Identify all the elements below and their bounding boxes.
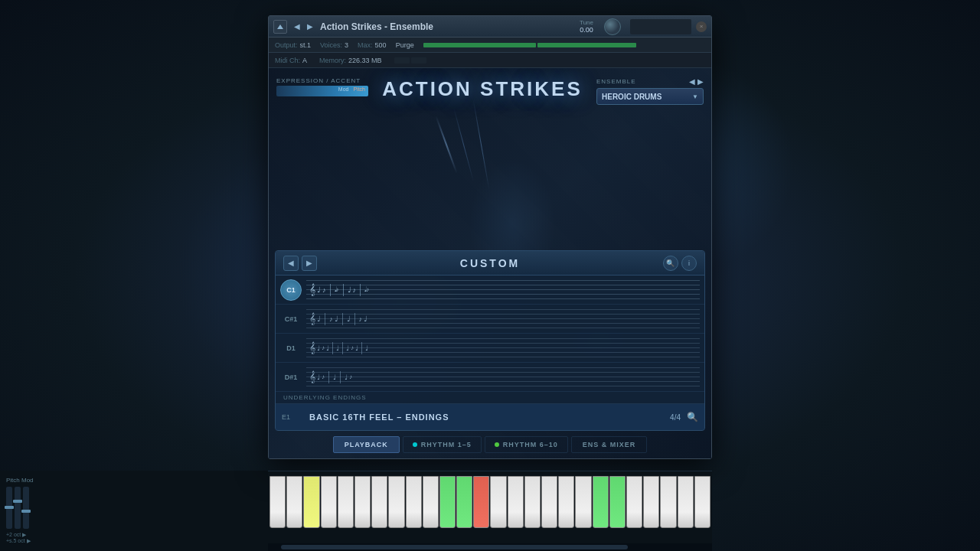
mini-slider-2[interactable] bbox=[411, 57, 426, 64]
white-key-21-colored[interactable] bbox=[609, 476, 626, 528]
lightning-1 bbox=[436, 116, 458, 174]
tune-slider[interactable] bbox=[630, 19, 691, 34]
output-label: Output: bbox=[275, 41, 298, 49]
output-value: st.1 bbox=[300, 41, 312, 49]
white-key-7[interactable] bbox=[371, 476, 387, 528]
white-key-22[interactable] bbox=[626, 476, 642, 528]
ensemble-next-btn[interactable]: ▶ bbox=[697, 77, 704, 86]
white-key-8[interactable] bbox=[388, 476, 404, 528]
white-key-2[interactable] bbox=[286, 476, 302, 528]
nav-arrows: ◀ ▶ bbox=[292, 22, 315, 31]
white-key-14[interactable] bbox=[490, 476, 506, 528]
tab-playback[interactable]: PLAYBACK bbox=[333, 436, 400, 453]
memory-value: 226.33 MB bbox=[348, 57, 382, 64]
white-key-5[interactable] bbox=[338, 476, 354, 528]
white-key-12-colored[interactable] bbox=[456, 476, 472, 528]
pattern-row-e1[interactable]: E1 BASIC 16TH FEEL – ENDINGS 4/4 🔍 bbox=[276, 404, 704, 430]
pattern-search-icon[interactable]: 🔍 bbox=[687, 412, 698, 422]
ensemble-nav: ◀ ▶ bbox=[689, 77, 704, 86]
notation-symbols-d1: 𝄞♩♪♩ ♩ ♩♪♩ ♩ bbox=[306, 337, 700, 360]
ensemble-value: HEROIC DRUMS bbox=[602, 93, 662, 101]
tab-rhythm2[interactable]: RHYTHM 6–10 bbox=[485, 436, 568, 453]
custom-title: CUSTOM bbox=[460, 257, 520, 269]
tab-dot-rhythm1 bbox=[413, 442, 417, 447]
oct-label2[interactable]: +s.5 oct ▶ bbox=[6, 538, 262, 544]
white-key-20-colored[interactable] bbox=[593, 476, 609, 528]
nav-prev-btn[interactable]: ◀ bbox=[292, 22, 302, 31]
white-key-11-colored[interactable] bbox=[439, 476, 456, 528]
custom-search-btn[interactable]: 🔍 bbox=[663, 256, 678, 271]
white-key-15[interactable] bbox=[508, 476, 524, 528]
white-key-23[interactable] bbox=[643, 476, 659, 528]
fader-1[interactable] bbox=[6, 487, 12, 529]
max-info: Max: 500 bbox=[358, 41, 387, 49]
ensemble-prev-btn[interactable]: ◀ bbox=[689, 77, 695, 86]
white-key-25[interactable] bbox=[678, 476, 694, 528]
pattern-row-cs1[interactable]: C#1 𝄞♩ ♪♩ bbox=[276, 305, 704, 334]
pattern-row-c1[interactable]: C1 𝄞♩♪ bbox=[276, 276, 704, 305]
custom-icon-buttons: 🔍 i bbox=[663, 256, 697, 271]
custom-prev-btn[interactable]: ◀ bbox=[283, 256, 299, 271]
white-key-18[interactable] bbox=[558, 476, 574, 528]
midi-label: Midi Ch: bbox=[275, 57, 300, 64]
output-info: Output: st.1 bbox=[275, 41, 311, 49]
pattern-list: C1 𝄞♩♪ bbox=[276, 276, 704, 430]
info-bar-1: Output: st.1 Voices: 3 Max: 500 Purge bbox=[269, 37, 711, 53]
white-key-16[interactable] bbox=[524, 476, 541, 528]
keyboard-scroll-thumb[interactable] bbox=[281, 545, 627, 549]
white-key-9[interactable] bbox=[406, 476, 422, 528]
pattern-key-ds1: D#1 bbox=[280, 367, 302, 388]
notation-symbols-c1: 𝄞♩♪ 𝅘𝅥♪ ♩♪ 𝅘𝅥♪ bbox=[306, 279, 700, 302]
level-meter-r bbox=[537, 43, 636, 47]
fader-2[interactable] bbox=[15, 487, 21, 529]
tab-rhythm1[interactable]: RHYTHM 1–5 bbox=[403, 436, 482, 453]
white-key-17[interactable] bbox=[541, 476, 557, 528]
fader-3[interactable] bbox=[23, 487, 29, 529]
tune-section: Tune 0.00 bbox=[580, 19, 593, 34]
white-key-13-colored[interactable] bbox=[473, 476, 489, 528]
white-key-26[interactable] bbox=[694, 476, 710, 528]
pattern-notation-cs1: 𝄞♩ ♪♩ ♩ ♪♩ bbox=[306, 308, 700, 331]
voices-label: Voices: bbox=[320, 41, 342, 49]
white-key-10[interactable] bbox=[423, 476, 439, 528]
white-key-24[interactable] bbox=[660, 476, 676, 528]
ensemble-dropdown[interactable]: HEROIC DRUMS ▼ bbox=[596, 88, 704, 105]
level-meter-l bbox=[423, 43, 536, 47]
mini-slider-1[interactable] bbox=[394, 57, 410, 64]
nav-next-btn[interactable]: ▶ bbox=[305, 22, 315, 31]
pitch-mod-area: Pitch Mod +2 oct ▶ +s.5 oct ▶ bbox=[0, 471, 268, 550]
pattern-notation-ds1: 𝄞♩♪ ♩ ♩♪ bbox=[306, 366, 700, 389]
close-button[interactable]: × bbox=[696, 21, 707, 32]
pattern-row-ds1[interactable]: D#1 𝄞♩♪ ♩ bbox=[276, 363, 704, 392]
expression-section: EXPRESSION / ACCENT Mod Pitch bbox=[276, 77, 368, 98]
white-key-3-colored[interactable] bbox=[303, 476, 319, 528]
expression-label: EXPRESSION / ACCENT bbox=[276, 77, 368, 84]
white-key-19[interactable] bbox=[575, 476, 591, 528]
pitch-mod-faders bbox=[6, 487, 262, 529]
memory-label: Memory: bbox=[319, 57, 346, 64]
bottom-tabs: PLAYBACK RHYTHM 1–5 RHYTHM 6–10 ENS & MI… bbox=[275, 434, 705, 455]
custom-next-btn[interactable]: ▶ bbox=[302, 256, 317, 271]
custom-panel: ◀ ▶ CUSTOM 🔍 i C1 bbox=[275, 250, 705, 431]
white-key-4[interactable] bbox=[321, 476, 337, 528]
keyboard-side-panel: Pitch Mod +2 oct ▶ +s.5 oct ▶ bbox=[0, 471, 268, 551]
oct-label[interactable]: +2 oct ▶ bbox=[6, 532, 262, 538]
tune-knob[interactable] bbox=[604, 18, 621, 35]
notation-symbols-ds1: 𝄞♩♪ ♩ ♩♪ bbox=[306, 366, 700, 389]
mini-sliders bbox=[394, 57, 426, 64]
pattern-row-d1[interactable]: D1 𝄞♩♪♩ ♩ bbox=[276, 334, 704, 363]
tab-ens[interactable]: ENS & MIXER bbox=[571, 436, 648, 453]
plugin-window: ◀ ▶ Action Strikes - Ensemble Tune 0.00 … bbox=[268, 15, 712, 459]
white-keys-row bbox=[268, 476, 712, 531]
purge-button[interactable]: Purge bbox=[396, 41, 414, 49]
white-key-1[interactable] bbox=[270, 476, 286, 528]
level-meters bbox=[423, 42, 705, 48]
title-bar: ◀ ▶ Action Strikes - Ensemble Tune 0.00 … bbox=[269, 16, 711, 37]
tab-dot-rhythm2 bbox=[495, 442, 499, 447]
tune-knob-container bbox=[604, 18, 621, 35]
pattern-key-c1: C1 bbox=[280, 279, 302, 301]
custom-info-btn[interactable]: i bbox=[681, 256, 697, 271]
ensemble-label-row: ENSEMBLE ◀ ▶ bbox=[596, 77, 704, 86]
pattern-key-d1: D1 bbox=[280, 337, 302, 359]
white-key-6[interactable] bbox=[354, 476, 371, 528]
